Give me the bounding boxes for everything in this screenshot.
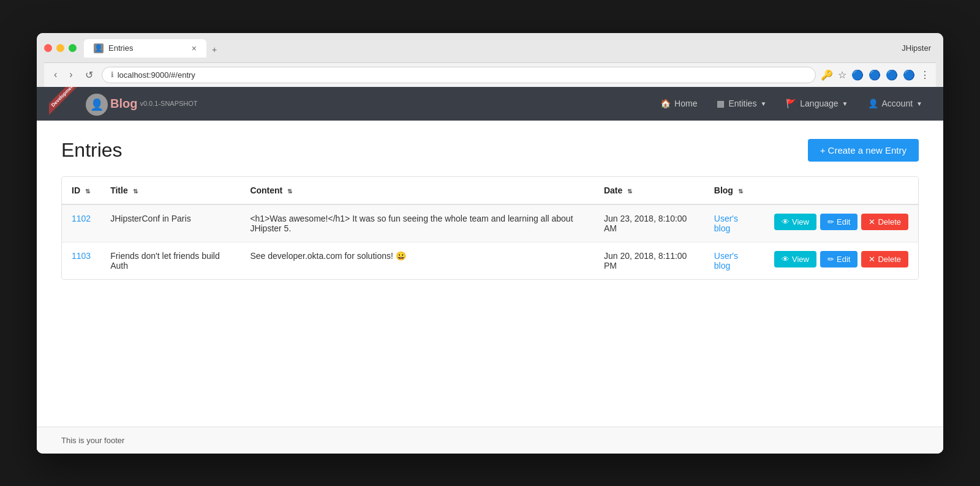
footer-text: This is your footer: [61, 436, 124, 445]
nav-home-label: Home: [674, 99, 697, 108]
account-dropdown-icon: ▼: [916, 100, 922, 107]
development-ribbon: Development: [49, 87, 80, 118]
browser-titlebar: 👤 Entries × + JHipster: [44, 39, 936, 58]
edit-pencil-icon: ✏: [827, 217, 834, 226]
tab-close-button[interactable]: ×: [192, 43, 197, 53]
key-icon: 🔑: [821, 69, 833, 81]
refresh-button[interactable]: ↺: [81, 67, 97, 83]
brand-ribbon-wrapper: Development 👤: [49, 87, 110, 121]
view-eye-icon: 👁: [782, 255, 790, 264]
ext3-icon[interactable]: 🔵: [886, 69, 898, 81]
ext1-icon[interactable]: 🔵: [851, 69, 864, 81]
window-controls: [44, 44, 77, 52]
header-row: ID ⇅ Title ⇅ Content ⇅: [62, 177, 918, 204]
browser-toolbar: ‹ › ↺ ℹ localhost:9000/#/entry 🔑 ☆ 🔵 🔵 🔵…: [44, 62, 936, 87]
tab-favicon: 👤: [94, 43, 104, 53]
date-sort-icon: ⇅: [627, 188, 632, 195]
ext4-icon[interactable]: 🔵: [903, 69, 915, 81]
tab-bar: 👤 Entries × +: [84, 39, 222, 58]
row2-action-buttons: 👁 View ✏ Edit ✕ Delete: [774, 251, 908, 267]
row2-actions: 👁 View ✏ Edit ✕ Delete: [764, 242, 918, 279]
active-tab[interactable]: 👤 Entries ×: [84, 39, 206, 58]
row1-delete-button[interactable]: ✕ Delete: [861, 214, 908, 230]
app-footer: This is your footer: [37, 427, 943, 454]
row2-id-link[interactable]: 1103: [72, 251, 91, 261]
delete-x-icon: ✕: [869, 217, 875, 226]
row1-id: 1102: [62, 204, 100, 242]
address-info-icon: ℹ: [111, 70, 114, 79]
menu-icon[interactable]: ⋮: [920, 69, 930, 81]
entities-dropdown-icon: ▼: [760, 100, 766, 107]
tab-title: Entries: [108, 43, 133, 53]
nav-entities[interactable]: ▦ Entities ▼: [708, 94, 775, 113]
browser-chrome: 👤 Entries × + JHipster ‹ › ↺ ℹ localhost…: [37, 33, 943, 87]
col-title[interactable]: Title ⇅: [100, 177, 240, 204]
delete-x-icon: ✕: [869, 255, 875, 264]
nav-entities-label: Entities: [728, 99, 756, 108]
row2-blog-link[interactable]: User's blog: [714, 251, 738, 271]
app-content: Development 👤 Blog v0.0.1-SNAPSHOT 🏠 Hom…: [37, 87, 943, 454]
col-actions: [764, 177, 918, 204]
back-button[interactable]: ‹: [50, 67, 61, 82]
forward-button[interactable]: ›: [66, 67, 76, 82]
row1-view-button[interactable]: 👁 View: [774, 214, 816, 230]
entries-table-container: ID ⇅ Title ⇅ Content ⇅: [61, 176, 919, 280]
view-eye-icon: 👁: [782, 217, 790, 226]
page-title: Entries: [61, 139, 123, 162]
row1-blog-link[interactable]: User's blog: [714, 214, 738, 233]
table-body: 1102 JHipsterConf in Paris <h1>Was aweso…: [62, 204, 918, 279]
brand-version: v0.0.1-SNAPSHOT: [140, 100, 197, 107]
minimize-window-button[interactable]: [56, 44, 64, 52]
browser-extensions: 🔑 ☆ 🔵 🔵 🔵 🔵 ⋮: [821, 69, 930, 81]
row1-action-buttons: 👁 View ✏ Edit ✕ Delete: [774, 214, 908, 230]
blog-sort-icon: ⇅: [738, 188, 743, 195]
create-entry-button[interactable]: + Create a new Entry: [808, 139, 919, 162]
row1-id-link[interactable]: 1102: [72, 214, 91, 223]
nav-account[interactable]: 👤 Account ▼: [859, 94, 932, 113]
brand-name: Blog: [110, 97, 137, 111]
table-header: ID ⇅ Title ⇅ Content ⇅: [62, 177, 918, 204]
address-bar[interactable]: ℹ localhost:9000/#/entry: [102, 67, 816, 83]
page-header: Entries + Create a new Entry: [61, 139, 919, 162]
maximize-window-button[interactable]: [69, 44, 77, 52]
browser-app-name: JHipster: [902, 43, 936, 53]
account-icon: 👤: [868, 99, 878, 108]
entries-table: ID ⇅ Title ⇅ Content ⇅: [62, 177, 918, 279]
main-container: Entries + Create a new Entry ID ⇅: [37, 121, 943, 427]
col-blog[interactable]: Blog ⇅: [704, 177, 764, 204]
row2-title: Friends don't let friends build Auth: [100, 242, 240, 279]
row2-content: See developer.okta.com for solutions! 😀: [240, 242, 594, 279]
url-text: localhost:9000/#/entry: [118, 70, 195, 80]
edit-pencil-icon: ✏: [827, 255, 834, 264]
navbar-nav: 🏠 Home ▦ Entities ▼ 🚩 Language ▼ 👤 Accou…: [652, 94, 931, 113]
table-row: 1102 JHipsterConf in Paris <h1>Was aweso…: [62, 204, 918, 242]
title-sort-icon: ⇅: [133, 188, 138, 195]
row2-id: 1103: [62, 242, 100, 279]
home-icon: 🏠: [660, 99, 671, 108]
ext2-icon[interactable]: 🔵: [869, 69, 881, 81]
navbar: Development 👤 Blog v0.0.1-SNAPSHOT 🏠 Hom…: [37, 87, 943, 121]
brand-text: Blog v0.0.1-SNAPSHOT: [110, 97, 198, 111]
row2-view-button[interactable]: 👁 View: [774, 251, 816, 267]
content-sort-icon: ⇅: [287, 188, 292, 195]
nav-language-label: Language: [800, 99, 838, 108]
row2-blog: User's blog: [704, 242, 764, 279]
row1-content: <h1>Was awesome!</h1> It was so fun seei…: [240, 204, 594, 242]
nav-home[interactable]: 🏠 Home: [652, 94, 706, 113]
row1-edit-button[interactable]: ✏ Edit: [820, 214, 858, 230]
row2-delete-button[interactable]: ✕ Delete: [861, 251, 908, 267]
brand-logo: 👤: [86, 94, 108, 116]
col-date[interactable]: Date ⇅: [594, 177, 704, 204]
nav-language[interactable]: 🚩 Language ▼: [777, 94, 856, 113]
close-window-button[interactable]: [44, 44, 52, 52]
row2-edit-button[interactable]: ✏ Edit: [820, 251, 858, 267]
row1-actions: 👁 View ✏ Edit ✕ Delete: [764, 204, 918, 242]
row1-date: Jun 23, 2018, 8:10:00 AM: [594, 204, 704, 242]
id-sort-icon: ⇅: [85, 188, 90, 195]
col-content[interactable]: Content ⇅: [240, 177, 594, 204]
nav-account-label: Account: [882, 99, 913, 108]
col-id[interactable]: ID ⇅: [62, 177, 100, 204]
row2-date: Jun 20, 2018, 8:11:00 PM: [594, 242, 704, 279]
new-tab-button[interactable]: +: [206, 42, 222, 58]
row1-title: JHipsterConf in Paris: [100, 204, 240, 242]
